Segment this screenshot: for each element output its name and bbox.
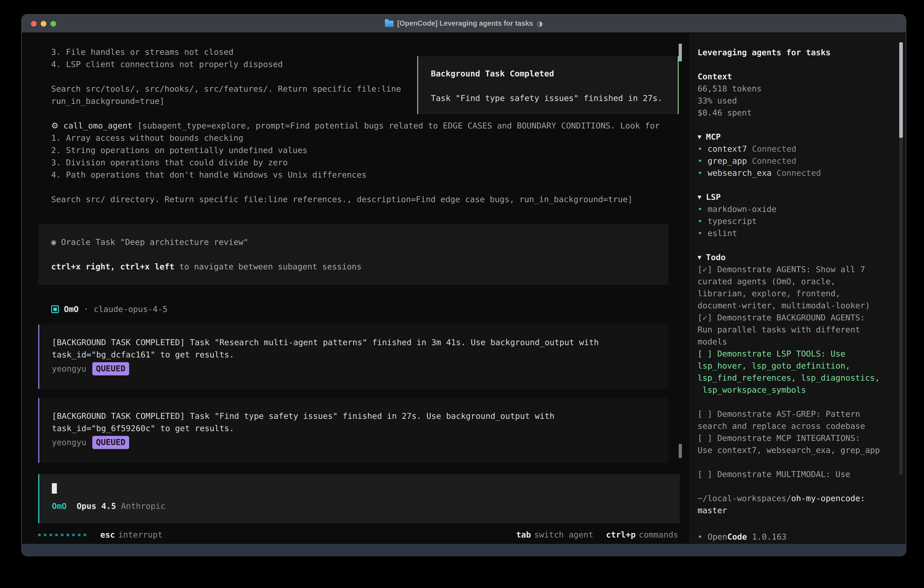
message-author: yeongyu [52, 436, 86, 449]
oracle-task-panel: ◉ Oracle Task "Deep architecture review"… [38, 224, 668, 285]
chat-scrollbar-thumb[interactable] [679, 444, 682, 458]
todo-item: [ ] Demonstrate AST-GREP: Pattern search… [698, 408, 886, 432]
todo-item: [ ] Demonstrate MCP INTEGRATIONS: Use co… [698, 432, 886, 456]
agent-model: claude-opus-4-5 [94, 303, 168, 315]
window-title: [OpenCode] Leveraging agents for tasks ◑ [385, 19, 543, 28]
status-dot-icon: • [698, 531, 708, 543]
oracle-nav-hint: ctrl+x right, ctrl+x left to navigate be… [51, 261, 668, 273]
tool-call-line: 1. Array access without bounds checking [51, 132, 688, 144]
session-title: Leveraging agents for tasks [698, 46, 886, 58]
blank-line [51, 181, 688, 193]
context-tokens: 66,518 tokens [698, 83, 886, 94]
oracle-task-title: ◉ Oracle Task "Deep architecture review" [51, 236, 668, 248]
status-bar-right: tab switch agent ctrl+p commands [516, 529, 678, 541]
message-author: yeongyu [52, 363, 86, 375]
mcp-item: •grep_appConnected [698, 155, 886, 167]
agent-name: OmO [64, 303, 79, 315]
tool-call-args: [subagent_type=explore, prompt=Find pote… [132, 121, 660, 130]
lsp-item: •eslint [698, 227, 886, 239]
status-dot-icon: • [698, 155, 708, 167]
status-dot-icon: • [698, 167, 708, 179]
window-title-text: [OpenCode] Leveraging agents for tasks [397, 19, 533, 28]
mcp-item: •websearch_exaConnected [698, 167, 886, 179]
tool-call-line: 3. Division operations that could divide… [51, 157, 688, 169]
gear-icon: ⚙ [51, 121, 58, 130]
chevron-down-icon: ▼ [698, 131, 701, 143]
todo-item: [ ] Demonstrate MULTIMODAL: Use [698, 468, 886, 480]
version-number: 1.0.163 [752, 531, 787, 543]
workspace-path: ~/local-workspaces/oh-my-opencode: maste… [698, 492, 886, 516]
active-model-label: Opus 4.5 [77, 500, 116, 512]
spinner-icon [38, 533, 86, 536]
toast-body: Task "Find type safety issues" finished … [431, 92, 678, 104]
record-icon: ◉ [51, 237, 56, 247]
chat-scrollbar-thumb[interactable] [679, 44, 682, 61]
blank-line [51, 248, 668, 261]
terminal-window: [OpenCode] Leveraging agents for tasks ◑… [21, 14, 906, 556]
commands-key-hint: ctrl+p [606, 529, 636, 541]
tool-call-line: 4. Path operations that don't handle Win… [51, 169, 688, 181]
desktop: [OpenCode] Leveraging agents for tasks ◑… [0, 0, 924, 588]
message-meta: yeongyu QUEUED [52, 362, 659, 375]
status-bar: esc interrupt tab switch agent ctrl+p co… [38, 529, 688, 541]
text-cursor [52, 483, 57, 494]
lsp-item: •typescript [698, 215, 886, 227]
todo-item: [✓] Demonstrate AGENTS: Show all 7 curat… [698, 263, 886, 312]
app-version: • Open Code 1.0.163 [698, 531, 886, 543]
toast-title: Background Task Completed [431, 68, 678, 80]
context-heading: Context [698, 71, 886, 83]
todo-item: [✓] Demonstrate BACKGROUND AGENTS: Run p… [698, 312, 886, 348]
notification-toast[interactable]: Background Task Completed Task "Find typ… [417, 56, 679, 114]
shortcut-keys: ctrl+x right, ctrl+x left [51, 262, 174, 271]
message-body: [BACKGROUND TASK COMPLETED] Task "Find t… [52, 410, 659, 434]
tab-key-hint: tab [516, 529, 531, 541]
tool-call-line: Search src/ directory. Return specific f… [51, 193, 688, 206]
status-badge: QUEUED [92, 436, 129, 449]
minimize-button[interactable] [41, 21, 46, 26]
esc-key-hint: esc [100, 529, 115, 541]
message-meta: yeongyu QUEUED [52, 436, 659, 449]
brand-prefix: Open [708, 531, 727, 543]
todo-item: [ ] Demonstrate LSP TOOLS: Use lsp_hover… [698, 348, 886, 396]
close-button[interactable] [31, 21, 36, 26]
section-lsp[interactable]: ▼LSP [698, 191, 886, 203]
context-spent: $0.46 spent [698, 107, 886, 119]
tool-call-header: ⚙ call_omo_agent [subagent_type=explore,… [51, 120, 688, 132]
subagent-session-header: OmO · claude-opus-4-5 [51, 303, 688, 315]
folder-icon [385, 21, 394, 27]
status-dot-icon: • [698, 203, 708, 215]
provider-label: Anthropic [121, 500, 165, 512]
context-usage-icon: ◑ [537, 20, 543, 28]
agent-checkbox-icon [51, 306, 59, 313]
commands-key-label: commands [639, 529, 678, 541]
tool-call-name: call_omo_agent [63, 121, 132, 130]
context-used: 33% used [698, 94, 886, 107]
message-block: [BACKGROUND TASK COMPLETED] Task "Find t… [38, 398, 668, 463]
message-block: [BACKGROUND TASK COMPLETED] Task "Resear… [38, 324, 668, 389]
chat-pane: 3. File handles or streams not closed 4.… [22, 33, 688, 544]
brand-bold: Code [727, 531, 747, 543]
separator-dot: · [84, 303, 89, 315]
lsp-item: •markdown-oxide [698, 203, 886, 215]
prompt-input[interactable]: OmO Opus 4.5 Anthropic [38, 474, 680, 523]
status-dot-icon: • [698, 227, 708, 239]
traffic-lights [31, 15, 56, 33]
status-dot-icon: • [698, 143, 708, 155]
sidebar: Leveraging agents for tasks Context 66,5… [688, 33, 906, 544]
window-titlebar[interactable]: [OpenCode] Leveraging agents for tasks ◑ [22, 15, 906, 33]
esc-key-label: interrupt [118, 529, 163, 541]
message-body: [BACKGROUND TASK COMPLETED] Task "Resear… [52, 336, 659, 361]
section-mcp[interactable]: ▼MCP [698, 131, 886, 143]
tool-call-line: 2. String operations on potentially unde… [51, 144, 688, 157]
mcp-item: •context7Connected [698, 143, 886, 155]
section-todo[interactable]: ▼Todo [698, 251, 886, 263]
status-badge: QUEUED [92, 362, 129, 375]
chevron-down-icon: ▼ [698, 251, 701, 263]
chevron-down-icon: ▼ [698, 191, 701, 203]
status-dot-icon: • [698, 215, 708, 227]
model-selector-row[interactable]: OmO Opus 4.5 Anthropic [52, 500, 680, 512]
active-agent-label: OmO [52, 500, 67, 512]
zoom-button[interactable] [51, 21, 56, 26]
tab-key-label: switch agent [534, 529, 593, 541]
sidebar-scrollbar-thumb[interactable] [899, 42, 903, 138]
